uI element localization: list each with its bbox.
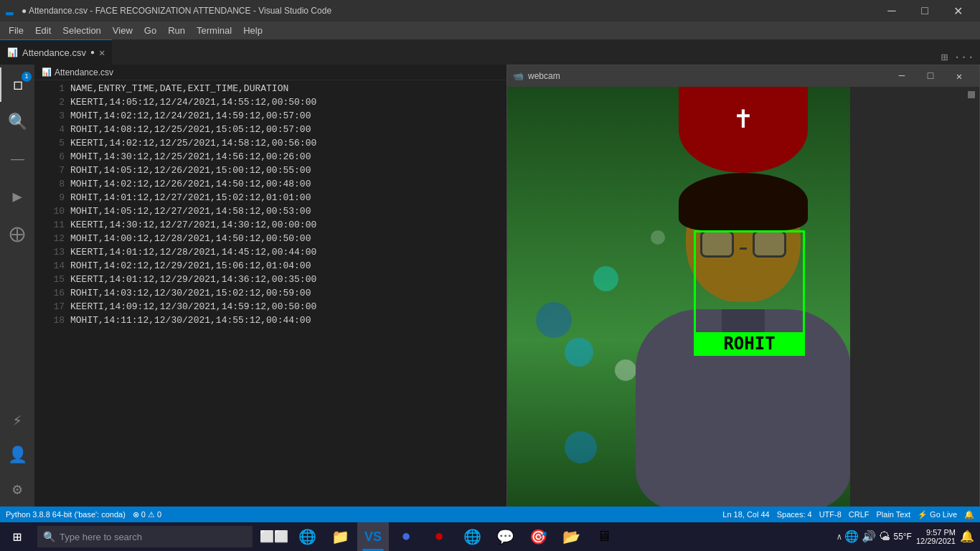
app-6-icon: ● (434, 528, 443, 546)
webcam-close-button[interactable]: ✕ (945, 65, 974, 87)
close-button[interactable]: ✕ (941, 0, 974, 22)
taskbar-app-8[interactable]: 💬 (489, 522, 521, 551)
app-5-icon: ● (401, 528, 410, 546)
taskbar: ⊞ 🔍 Type here to search ⬜⬜ 🌐 📁 VS ● ● (0, 522, 980, 551)
taskbar-edge[interactable]: 🌐 (291, 522, 323, 551)
taskbar-search-box[interactable]: 🔍 Type here to search (37, 526, 253, 547)
breadcrumb-file-icon: 📊 (42, 67, 52, 77)
line-ending[interactable]: CRLF (849, 510, 870, 519)
explorer-badge: 1 (22, 72, 32, 82)
language-mode[interactable]: Plain Text (877, 510, 911, 519)
title-bar-controls: ─ □ ✕ (875, 0, 974, 22)
run-icon: ▶ (12, 187, 22, 207)
error-count: 0 (141, 510, 146, 519)
encoding[interactable]: UTF-8 (819, 510, 842, 519)
tab-file-icon: 📊 (7, 47, 18, 58)
taskbar-file-explorer[interactable]: 📁 (324, 522, 356, 551)
menu-go[interactable]: Go (138, 22, 162, 39)
tab-close-button[interactable]: ✕ (99, 47, 105, 59)
spaces[interactable]: Spaces: 4 (777, 510, 812, 519)
edge-icon: 🌐 (298, 528, 316, 546)
taskbar-app-6[interactable]: ● (423, 522, 455, 551)
title-bar-left: ▬ ● Attendance.csv - FACE RECOGNIZATION … (6, 5, 331, 17)
more-actions-button[interactable]: ··· (953, 51, 974, 64)
search-icon: 🔍 (43, 531, 55, 543)
activity-extensions[interactable]: ⨁ (0, 217, 34, 251)
maximize-button[interactable]: □ (908, 0, 941, 22)
menu-file[interactable]: File (3, 22, 29, 39)
bokeh-5 (593, 266, 618, 291)
tab-bar: 📊 Attendance.csv ● ✕ ⊞ ··· (0, 39, 980, 65)
network-icon[interactable]: 🌐 (844, 529, 859, 544)
activity-settings[interactable]: ⚙ (0, 472, 34, 507)
line-number: 6 (34, 150, 65, 164)
activity-search[interactable]: 🔍 (0, 105, 34, 139)
sound-icon[interactable]: 🔊 (862, 529, 876, 544)
taskbar-app-5[interactable]: ● (390, 522, 422, 551)
notification-center-icon[interactable]: 🔔 (960, 529, 974, 544)
line-number: 18 (34, 314, 65, 327)
split-editor-button[interactable]: ⊞ (941, 50, 948, 65)
file-explorer-icon: 📁 (331, 528, 349, 546)
line-col[interactable]: Ln 18, Col 44 (722, 510, 769, 519)
webcam-maximize-button[interactable]: □ (916, 65, 945, 87)
clock-time: 9:57 PM (926, 528, 956, 537)
tab-label: Attendance.csv (22, 47, 86, 58)
clock-area[interactable]: 9:57 PM 12/29/2021 (916, 528, 956, 545)
minimize-button[interactable]: ─ (875, 0, 908, 22)
line-number: 9 (34, 191, 65, 204)
menu-edit[interactable]: Edit (29, 22, 57, 39)
menu-run[interactable]: Run (162, 22, 191, 39)
taskbar-app-10[interactable]: 📂 (555, 522, 587, 551)
hide-icons-button[interactable]: ∧ (837, 532, 842, 542)
start-button[interactable]: ⊞ (0, 522, 34, 551)
activity-run-debug[interactable]: ▶ (0, 179, 34, 214)
menu-help[interactable]: Help (237, 22, 268, 39)
activity-bottom: ⚡ 👤 ⚙ (0, 403, 34, 507)
webcam-right-dark (850, 87, 979, 507)
bokeh-2 (615, 359, 636, 381)
webcam-title: webcam (528, 71, 560, 81)
taskbar-app-7[interactable]: 🌐 (456, 522, 488, 551)
taskbar-task-view[interactable]: ⬜⬜ (258, 522, 290, 551)
line-number: 1 (34, 82, 65, 95)
tab-modified-indicator: ● (90, 49, 95, 57)
activity-source-control[interactable]: ⸻ (0, 142, 34, 176)
account-icon: 👤 (8, 446, 27, 465)
line-numbers: 123456789101112131415161718 (34, 80, 70, 507)
activity-remote[interactable]: ⚡ (0, 403, 34, 438)
activity-explorer[interactable]: ◻ 1 (0, 67, 34, 102)
go-live[interactable]: ⚡ Go Live (918, 510, 957, 519)
breadcrumb-path: Attendance.csv (55, 67, 113, 77)
weather-icon[interactable]: 🌤 (879, 530, 890, 544)
title-bar: ▬ ● Attendance.csv - FACE RECOGNIZATION … (0, 0, 980, 22)
taskbar-vscode[interactable]: VS (357, 522, 389, 551)
webcam-minimize-button[interactable]: ─ (887, 65, 916, 87)
errors-count[interactable]: ⊗ 0 ⚠ 0 (133, 510, 161, 519)
activity-account[interactable]: 👤 (0, 438, 34, 472)
clock-date: 12/29/2021 (916, 537, 956, 545)
camera-indicator (968, 91, 975, 98)
vscode-taskbar-icon: VS (364, 529, 382, 545)
bokeh-6 (651, 230, 665, 245)
app-8-icon: 💬 (496, 528, 514, 546)
webcam-background: ✝ (507, 87, 979, 507)
python-env[interactable]: Python 3.8.8 64-bit ('base': conda) (6, 510, 126, 519)
tab-attendance-csv[interactable]: 📊 Attendance.csv ● ✕ (0, 39, 112, 65)
webcam-icon: 📹 (513, 71, 524, 82)
vscode-icon: ▬ (6, 5, 17, 17)
line-number: 5 (34, 136, 65, 150)
extensions-icon: ⨁ (9, 225, 25, 244)
line-number: 3 (34, 109, 65, 123)
line-number: 10 (34, 204, 65, 218)
notification-icon[interactable]: 🔔 (964, 510, 974, 519)
line-number: 14 (34, 259, 65, 273)
taskbar-app-9[interactable]: 🎯 (522, 522, 554, 551)
menu-selection[interactable]: Selection (57, 22, 106, 39)
taskbar-app-11[interactable]: 🖥 (588, 522, 620, 551)
menu-view[interactable]: View (107, 22, 138, 39)
bokeh-3 (536, 302, 572, 338)
menu-terminal[interactable]: Terminal (191, 22, 237, 39)
webcam-window: 📹 webcam ─ □ ✕ ✝ (507, 65, 980, 507)
settings-icon: ⚙ (12, 480, 22, 499)
